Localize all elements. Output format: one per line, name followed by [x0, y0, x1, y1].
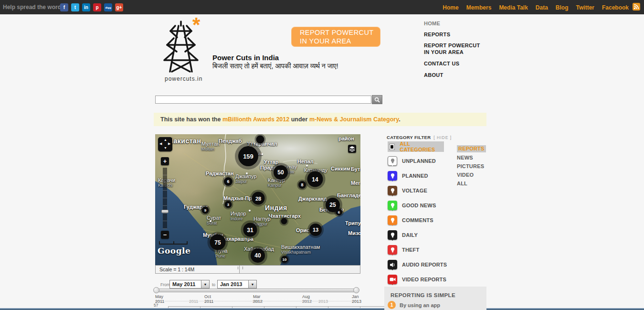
cluster-marker-9[interactable]: 9: [202, 207, 209, 214]
category-theft[interactable]: THEFT: [388, 244, 454, 256]
rss-icon[interactable]: [633, 3, 640, 11]
category-daily[interactable]: DAILY: [388, 229, 454, 241]
chevron-down-icon[interactable]: ▼: [248, 280, 256, 288]
cluster-marker-6[interactable]: 6: [224, 177, 232, 186]
category-all-categories[interactable]: ALL CATEGORIES: [388, 141, 444, 152]
cluster-marker-31[interactable]: 31: [243, 223, 257, 237]
report-type-label: REPORTS: [457, 145, 486, 152]
topbar-link-media-talk[interactable]: Media Talk: [499, 4, 528, 11]
google-plus-icon[interactable]: g+: [115, 3, 123, 11]
site-logo[interactable]: * powercuts.in: [161, 20, 209, 83]
topbar-link-blog[interactable]: Blog: [556, 4, 569, 11]
facebook-icon[interactable]: f: [60, 3, 68, 11]
powercut-map[interactable]: ПакистанМултанMultanПенджабрайонУттаранч…: [155, 134, 360, 265]
map-label-: район: [338, 136, 354, 141]
social-icons: ftinpdiggg+: [60, 3, 123, 11]
category-video-reports[interactable]: VIDEO REPORTS: [388, 274, 454, 285]
category-filter-hide-toggle[interactable]: [ HIDE ]: [433, 135, 452, 140]
category-label: DAILY: [402, 232, 418, 238]
map-zoom-slider-track[interactable]: [163, 168, 167, 229]
category-label: AUDIO REPORTS: [402, 262, 447, 267]
cluster-marker[interactable]: [281, 218, 287, 224]
map-label-sub-jaipur: Jaipur: [235, 179, 257, 184]
date-range-handle-end[interactable]: [353, 287, 359, 293]
all-categories-icon: [389, 144, 395, 150]
cluster-marker-14[interactable]: 14: [307, 171, 323, 187]
award-text-prefix: This site has won the: [160, 116, 222, 123]
cluster-marker-50[interactable]: 50: [274, 165, 288, 180]
date-range-handle-start[interactable]: [153, 287, 159, 293]
map-label-: Уттар: [264, 159, 278, 165]
topbar-link-home[interactable]: Home: [443, 4, 458, 11]
search-input[interactable]: [155, 96, 371, 104]
report-type-label: PICTURES: [457, 163, 484, 169]
category-voltage[interactable]: VOLTAGE: [388, 185, 454, 196]
report-type-all[interactable]: ALL: [457, 179, 486, 187]
cluster-marker-10[interactable]: 10: [281, 256, 288, 263]
map-label-: Бутан: [351, 166, 360, 172]
topbar-link-facebook[interactable]: Facebook: [602, 4, 629, 11]
from-date-select[interactable]: May 2011 ▼: [169, 280, 210, 289]
report-type-news[interactable]: NEWS: [457, 153, 486, 161]
report-type-list: REPORTSNEWSPICTURESVIDEOALL: [457, 144, 486, 187]
pinterest-icon[interactable]: p: [93, 3, 101, 11]
cluster-marker-28[interactable]: 28: [252, 192, 265, 205]
cluster-marker-3[interactable]: 3: [225, 201, 232, 208]
digg-icon[interactable]: digg: [104, 3, 112, 11]
menu-item-about[interactable]: ABOUT: [424, 72, 487, 78]
report-type-pictures[interactable]: PICTURES: [457, 161, 486, 170]
city-dot: [249, 210, 251, 212]
report-type-reports[interactable]: REPORTS: [457, 144, 486, 153]
timeline-subyear-2012: 2012: [253, 299, 262, 304]
cluster-marker-159[interactable]: 159: [238, 146, 258, 166]
topbar-link-data[interactable]: Data: [536, 4, 548, 11]
share-label: Help spread the word:: [3, 4, 63, 11]
report-type-video[interactable]: VIDEO: [457, 170, 486, 179]
chevron-down-icon[interactable]: ▼: [201, 280, 209, 288]
award-link-category[interactable]: m-News & Journalism Category: [309, 116, 399, 123]
menu-item-contact-us[interactable]: CONTACT US: [424, 60, 487, 67]
menu-item-reports[interactable]: REPORTS: [424, 31, 487, 38]
category-planned[interactable]: PLANNED: [388, 170, 454, 182]
pan-right-icon[interactable]: ▶: [168, 142, 170, 146]
category-unplanned[interactable]: UNPLANNED: [388, 155, 454, 167]
cluster-marker-6[interactable]: 6: [336, 209, 342, 215]
cluster-marker-75[interactable]: 75: [210, 235, 226, 250]
category-comments[interactable]: COMMENTS: [388, 214, 454, 226]
menu-item-home[interactable]: HOME: [424, 20, 487, 27]
cluster-marker-8[interactable]: 8: [298, 181, 306, 189]
search-button[interactable]: [372, 95, 382, 104]
tick-month: May: [155, 294, 164, 299]
cluster-marker-40[interactable]: 40: [251, 248, 265, 263]
bulb-pin-icon: [388, 156, 397, 166]
category-audio-reports[interactable]: AUDIO REPORTS: [388, 259, 454, 270]
twitter-icon[interactable]: t: [71, 3, 79, 11]
bottom-edge-line: [0, 308, 644, 310]
map-zoom-in-button[interactable]: +: [161, 157, 169, 165]
map-label-: Махараштра: [221, 236, 253, 242]
pan-down-icon[interactable]: ▼: [164, 146, 167, 150]
topbar-link-members[interactable]: Members: [466, 4, 492, 11]
menu-item-report-powercut-in-your-area[interactable]: REPORT POWERCUT IN YOUR AREA: [424, 42, 487, 55]
category-good-news[interactable]: GOOD NEWS: [388, 200, 454, 211]
map-layers-button[interactable]: [348, 145, 356, 153]
map-label-: Непал: [297, 159, 314, 164]
cluster-marker[interactable]: [256, 136, 264, 144]
google-logo[interactable]: Google: [158, 246, 190, 256]
linkedin-icon[interactable]: in: [82, 3, 90, 11]
date-range-slider-track[interactable]: [155, 289, 358, 292]
pan-up-icon[interactable]: ▲: [164, 138, 167, 141]
map-label-: Трипура: [345, 220, 360, 226]
from-date-value: May 2011: [170, 281, 201, 287]
map-pan-control[interactable]: ▲ ▼ ◀ ▶: [158, 137, 172, 151]
pan-left-icon[interactable]: ◀: [159, 142, 162, 146]
to-date-select[interactable]: Jan 2013 ▼: [217, 280, 257, 289]
report-powercut-button[interactable]: REPORT POWERCUT IN YOUR AREA: [291, 27, 380, 47]
city-dot: [246, 172, 248, 174]
award-link-mbillionth[interactable]: mBillionth Awards 2012: [222, 116, 289, 123]
topbar-link-twitter[interactable]: Twitter: [576, 4, 594, 11]
map-label-sub-indore: Indore: [231, 216, 246, 221]
cluster-marker-13[interactable]: 13: [309, 224, 322, 236]
map-zoom-out-button[interactable]: −: [161, 231, 169, 239]
map-zoom-slider-handle[interactable]: [161, 210, 169, 213]
